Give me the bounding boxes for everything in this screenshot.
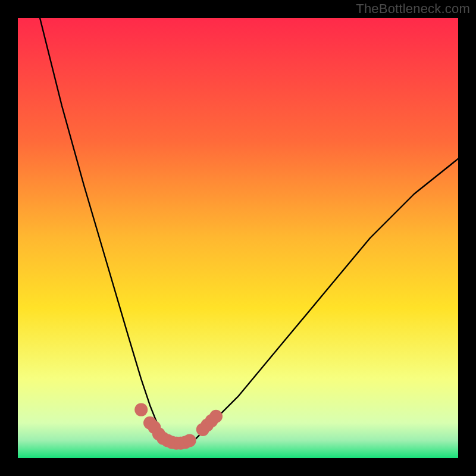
watermark-text: TheBottleneck.com bbox=[356, 1, 470, 17]
marker-dot bbox=[209, 410, 223, 423]
gradient-background bbox=[18, 18, 458, 458]
plot-area bbox=[18, 18, 458, 458]
chart-frame: TheBottleneck.com bbox=[0, 0, 476, 476]
marker-dot bbox=[183, 434, 196, 447]
marker-dot bbox=[134, 403, 148, 416]
chart-svg bbox=[18, 18, 458, 458]
